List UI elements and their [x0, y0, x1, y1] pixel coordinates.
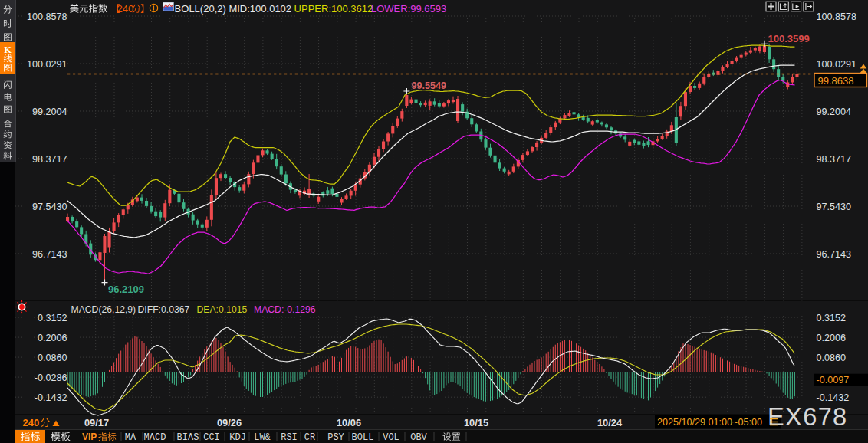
svg-text:OBV: OBV: [410, 432, 427, 443]
svg-text:100.8578: 100.8578: [27, 11, 67, 22]
svg-text:EX678: EX678: [768, 403, 848, 431]
svg-text:99.8638: 99.8638: [818, 75, 854, 87]
svg-text:99.5549: 99.5549: [412, 80, 447, 91]
svg-text:2025/10/29 01:00~05:00: 2025/10/29 01:00~05:00: [657, 417, 762, 428]
svg-text:RSI: RSI: [281, 432, 298, 443]
svg-text:MACD: MACD: [144, 432, 166, 443]
svg-text:DIFF:0.0367: DIFF:0.0367: [138, 304, 190, 315]
svg-text:0.3152: 0.3152: [817, 313, 847, 323]
svg-text:96.7143: 96.7143: [817, 249, 852, 260]
svg-text:-0.1432: -0.1432: [35, 392, 67, 403]
svg-text:MACD(26,12,9): MACD(26,12,9): [71, 304, 136, 315]
svg-text:-0.1432: -0.1432: [817, 392, 850, 403]
svg-text:240: 240: [23, 417, 40, 428]
svg-text:-0.0097: -0.0097: [817, 375, 850, 386]
svg-text:CR: CR: [304, 432, 315, 443]
svg-text:UPPER:100.3612: UPPER:100.3612: [294, 3, 373, 15]
svg-text:09/26: 09/26: [217, 417, 242, 428]
svg-text:98.3717: 98.3717: [32, 154, 67, 165]
svg-text:0.0860: 0.0860: [38, 353, 67, 363]
svg-text:99.2004: 99.2004: [32, 107, 67, 117]
svg-text:MACD:-0.1296: MACD:-0.1296: [254, 304, 316, 315]
svg-text:100.0291: 100.0291: [27, 59, 67, 70]
svg-text:100.0291: 100.0291: [817, 59, 857, 70]
svg-text:0.2006: 0.2006: [817, 333, 847, 343]
svg-text:98.3717: 98.3717: [817, 154, 852, 165]
svg-text:DEA:0.1015: DEA:0.1015: [197, 304, 248, 315]
svg-text:10/24: 10/24: [597, 417, 623, 428]
svg-text:10/06: 10/06: [337, 417, 361, 428]
svg-text:09/17: 09/17: [84, 417, 109, 428]
svg-text:240: 240: [117, 3, 134, 15]
svg-text:K: K: [4, 44, 12, 55]
svg-text:VOL: VOL: [383, 432, 399, 443]
svg-text:VIP: VIP: [82, 432, 97, 442]
svg-text:PSY: PSY: [327, 432, 344, 443]
svg-text:0.3152: 0.3152: [38, 313, 67, 323]
svg-text:97.5430: 97.5430: [817, 202, 852, 212]
svg-text:100.3599: 100.3599: [768, 33, 810, 44]
svg-text:LW&: LW&: [254, 432, 271, 443]
svg-text:MA: MA: [125, 432, 136, 443]
svg-text:96.2109: 96.2109: [108, 284, 144, 295]
svg-text:99.2004: 99.2004: [817, 107, 852, 117]
svg-text:BOLL: BOLL: [352, 432, 374, 443]
svg-text:0.0860: 0.0860: [817, 353, 847, 363]
svg-text:CCI: CCI: [203, 432, 220, 443]
svg-text:-0.0286: -0.0286: [35, 372, 67, 383]
svg-text:100.8578: 100.8578: [817, 11, 857, 22]
svg-text:96.7143: 96.7143: [32, 249, 67, 260]
svg-text:10/15: 10/15: [464, 417, 488, 428]
svg-text:BIAS: BIAS: [177, 432, 199, 443]
svg-text:97.5430: 97.5430: [32, 202, 67, 212]
svg-text:LOWER:99.6593: LOWER:99.6593: [371, 3, 446, 15]
svg-text:KDJ: KDJ: [229, 432, 246, 443]
svg-text:0.2006: 0.2006: [38, 333, 67, 343]
svg-text:BOLL(20,2) MID:100.0102: BOLL(20,2) MID:100.0102: [175, 3, 291, 15]
